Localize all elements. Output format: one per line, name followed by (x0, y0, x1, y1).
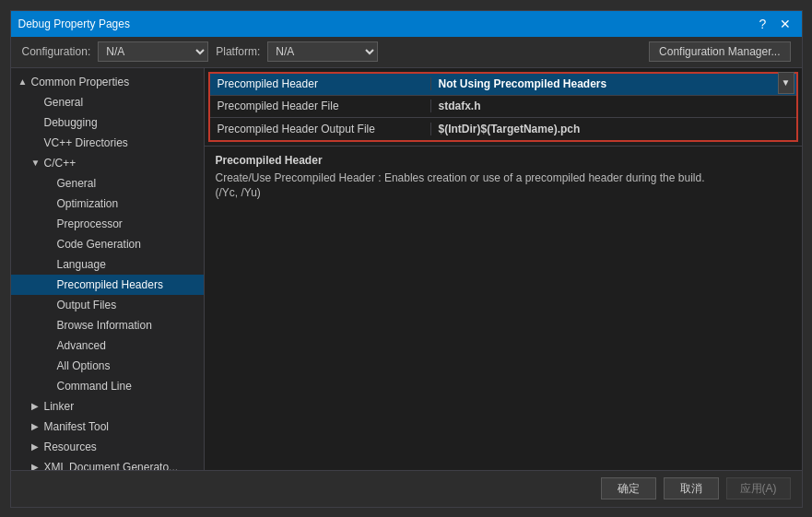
platform-select[interactable]: N/A (267, 41, 378, 62)
help-button[interactable]: ? (754, 15, 772, 33)
tree-arrow-cpp: ▼ (31, 158, 44, 168)
sidebar-item-language[interactable]: Language (11, 254, 204, 275)
sidebar-label-general: General (44, 96, 84, 109)
main-content: ▲Common PropertiesGeneralDebuggingVC++ D… (11, 68, 802, 470)
property-name: Precompiled Header Output File (210, 123, 431, 135)
ok-button[interactable]: 确定 (601, 477, 656, 499)
sidebar-item-optimization[interactable]: Optimization (11, 194, 204, 214)
property-grid-wrapper: Precompiled HeaderNot Using Precompiled … (205, 68, 802, 146)
sidebar-label-output-files: Output Files (57, 299, 117, 311)
sidebar-label-cpp-general: General (57, 177, 97, 190)
title-bar-buttons: ? ✕ (754, 15, 794, 33)
sidebar-label-language: Language (57, 258, 106, 271)
title-bar: Debug Property Pages ? ✕ (11, 11, 802, 37)
config-bar: Configuration: N/A Platform: N/A Configu… (11, 37, 802, 68)
close-button[interactable]: ✕ (776, 15, 794, 33)
apply-button[interactable]: 应用(A) (726, 477, 791, 499)
configuration-select[interactable]: N/A (98, 41, 208, 62)
sidebar-item-output-files[interactable]: Output Files (11, 295, 204, 315)
sidebar-item-browse-information[interactable]: Browse Information (11, 315, 204, 335)
property-table: Precompiled HeaderNot Using Precompiled … (208, 72, 798, 142)
dialog-title: Debug Property Pages (18, 18, 130, 30)
sidebar-item-resources[interactable]: ▶Resources (11, 437, 204, 457)
tree-arrow-resources: ▶ (31, 441, 44, 452)
sidebar-item-cpp[interactable]: ▼C/C++ (11, 153, 204, 173)
sidebar-label-code-generation: Code Generation (57, 238, 141, 251)
sidebar-label-optimization: Optimization (57, 197, 119, 210)
tree-arrow-manifest-tool: ▶ (31, 421, 44, 431)
sidebar-item-manifest-tool[interactable]: ▶Manifest Tool (11, 417, 204, 437)
sidebar-label-all-options: All Options (57, 359, 111, 372)
description-panel: Precompiled Header Create/Use Precompile… (205, 146, 802, 219)
sidebar-item-code-generation[interactable]: Code Generation (11, 234, 204, 254)
property-row[interactable]: Precompiled Header Output File$(IntDir)$… (210, 118, 796, 140)
platform-label: Platform: (216, 45, 260, 58)
property-name: Precompiled Header File (210, 100, 431, 112)
property-row[interactable]: Precompiled Header Filestdafx.h (210, 96, 796, 118)
tree-arrow-common-properties: ▲ (18, 76, 31, 87)
sidebar-item-linker[interactable]: ▶Linker (11, 396, 204, 417)
dialog: Debug Property Pages ? ✕ Configuration: … (10, 10, 803, 508)
sidebar-item-common-properties[interactable]: ▲Common Properties (11, 72, 204, 92)
sidebar-label-resources: Resources (44, 441, 97, 453)
sidebar-label-manifest-tool: Manifest Tool (44, 420, 109, 433)
sidebar-label-linker: Linker (44, 400, 75, 413)
sidebar-label-debugging: Debugging (44, 116, 98, 129)
sidebar-label-advanced: Advanced (57, 339, 106, 352)
sidebar-item-vc-directories[interactable]: VC++ Directories (11, 133, 204, 153)
sidebar-item-debugging[interactable]: Debugging (11, 112, 204, 133)
configuration-manager-button[interactable]: Configuration Manager... (649, 41, 790, 62)
dropdown-button[interactable]: ▼ (778, 72, 794, 94)
description-text: Create/Use Precompiled Header : Enables … (216, 170, 791, 202)
sidebar-item-preprocessor[interactable]: Preprocessor (11, 214, 204, 234)
cancel-button[interactable]: 取消 (664, 477, 719, 499)
description-title: Precompiled Header (216, 154, 791, 167)
sidebar: ▲Common PropertiesGeneralDebuggingVC++ D… (11, 68, 205, 470)
property-value: stdafx.h (431, 100, 796, 112)
sidebar-label-command-line: Command Line (57, 380, 132, 393)
tree-arrow-xml-document: ▶ (31, 462, 44, 470)
sidebar-label-browse-information: Browse Information (57, 319, 152, 332)
sidebar-item-command-line[interactable]: Command Line (11, 376, 204, 396)
sidebar-item-advanced[interactable]: Advanced (11, 335, 204, 356)
content-panel: Precompiled HeaderNot Using Precompiled … (205, 68, 802, 470)
sidebar-item-xml-document[interactable]: ▶XML Document Generato... (11, 457, 204, 470)
property-value: $(IntDir)$(TargetName).pch (431, 123, 796, 135)
sidebar-label-common-properties: Common Properties (31, 76, 130, 88)
sidebar-label-preprocessor: Preprocessor (57, 217, 123, 230)
property-value: Not Using Precompiled Headers (431, 77, 796, 90)
sidebar-label-xml-document: XML Document Generato... (44, 461, 179, 470)
config-label: Configuration: (22, 45, 91, 58)
sidebar-label-cpp: C/C++ (44, 157, 76, 170)
sidebar-item-general[interactable]: General (11, 92, 204, 112)
sidebar-label-precompiled-headers: Precompiled Headers (57, 278, 163, 291)
sidebar-item-all-options[interactable]: All Options (11, 356, 204, 376)
sidebar-item-cpp-general[interactable]: General (11, 173, 204, 194)
bottom-bar: 确定 取消 应用(A) (11, 470, 802, 507)
sidebar-item-precompiled-headers[interactable]: Precompiled Headers (11, 275, 204, 295)
property-name: Precompiled Header (210, 77, 431, 90)
property-row[interactable]: Precompiled HeaderNot Using Precompiled … (210, 74, 796, 96)
tree-arrow-linker: ▶ (31, 401, 44, 411)
sidebar-label-vc-directories: VC++ Directories (44, 136, 128, 149)
